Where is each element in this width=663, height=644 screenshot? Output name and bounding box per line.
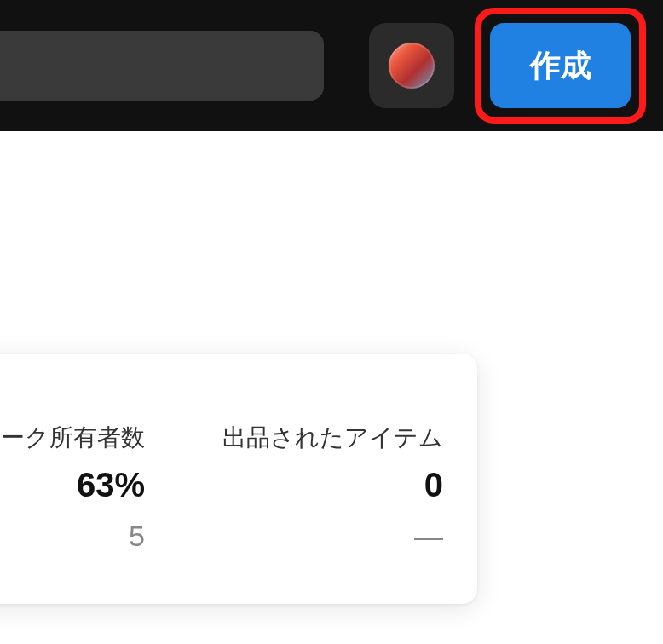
stat-sub-owners: 5 <box>129 520 145 553</box>
stat-value-owners: 63% <box>77 466 145 504</box>
top-header: 作成 <box>0 0 663 131</box>
stat-column-listed: 出品されたアイテム 0 — <box>196 422 443 553</box>
avatar-icon <box>389 43 435 89</box>
stat-value-listed: 0 <box>424 466 443 504</box>
stat-column-owners: ニーク所有者数 63% 5 <box>0 422 145 553</box>
search-input[interactable] <box>0 31 324 101</box>
stat-label-owners: ニーク所有者数 <box>0 422 145 454</box>
profile-button[interactable] <box>369 23 454 108</box>
stat-sub-listed: — <box>414 520 443 553</box>
stat-label-listed: 出品されたアイテム <box>196 422 443 454</box>
highlight-box: 作成 <box>475 8 646 124</box>
stats-panel: ニーク所有者数 63% 5 出品されたアイテム 0 — <box>0 354 477 604</box>
create-button[interactable]: 作成 <box>490 23 631 108</box>
